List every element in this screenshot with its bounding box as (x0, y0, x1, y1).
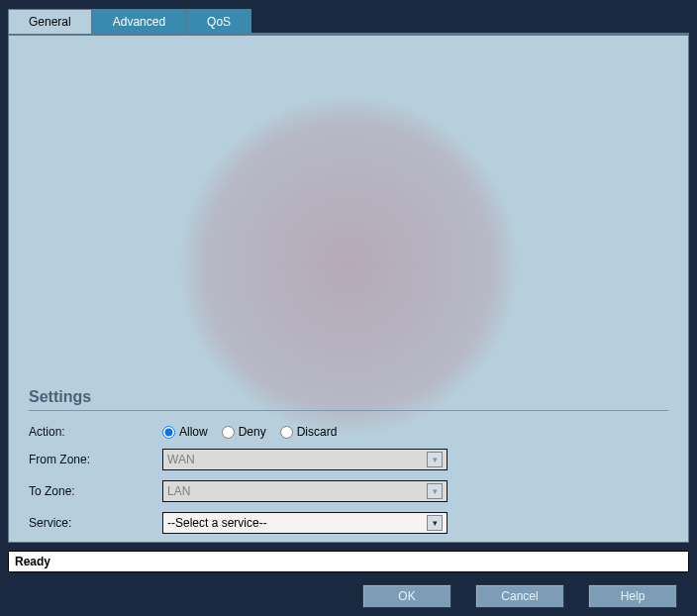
settings-panel: Settings Action: Allow Deny Discard From (8, 33, 689, 543)
label-action: Action: (29, 425, 162, 439)
cancel-button[interactable]: Cancel (475, 584, 564, 608)
label-from-zone: From Zone: (29, 453, 162, 466)
tab-bar: General Advanced QoS (8, 8, 689, 33)
action-radio-group: Allow Deny Discard (162, 425, 337, 439)
service-select[interactable]: --Select a service-- ▾ (162, 512, 448, 534)
tab-advanced[interactable]: Advanced (92, 9, 186, 34)
ok-button[interactable]: OK (362, 584, 451, 608)
radio-deny[interactable]: Deny (222, 425, 266, 439)
chevron-down-icon: ▾ (427, 452, 443, 467)
tab-general[interactable]: General (8, 9, 92, 34)
radio-allow-input[interactable] (162, 426, 175, 439)
section-title: Settings (29, 388, 668, 411)
from-zone-value: WAN (167, 453, 195, 466)
radio-allow-label: Allow (179, 425, 208, 439)
from-zone-select[interactable]: WAN ▾ (162, 449, 448, 470)
to-zone-value: LAN (167, 484, 190, 498)
radio-deny-label: Deny (239, 425, 266, 439)
chevron-down-icon: ▾ (427, 515, 443, 531)
help-button[interactable]: Help (588, 584, 677, 608)
status-bar: Ready (8, 551, 689, 572)
radio-discard-label: Discard (297, 425, 338, 439)
chevron-down-icon: ▾ (427, 483, 443, 499)
tab-qos[interactable]: QoS (186, 9, 251, 34)
label-service: Service: (29, 516, 162, 530)
radio-discard-input[interactable] (280, 426, 293, 439)
radio-deny-input[interactable] (222, 426, 235, 439)
service-value: --Select a service-- (167, 516, 267, 530)
watermark (180, 97, 517, 434)
label-to-zone: To Zone: (29, 484, 162, 498)
radio-allow[interactable]: Allow (162, 425, 208, 439)
button-row: OK Cancel Help (8, 584, 689, 608)
radio-discard[interactable]: Discard (280, 425, 338, 439)
to-zone-select[interactable]: LAN ▾ (162, 480, 448, 502)
